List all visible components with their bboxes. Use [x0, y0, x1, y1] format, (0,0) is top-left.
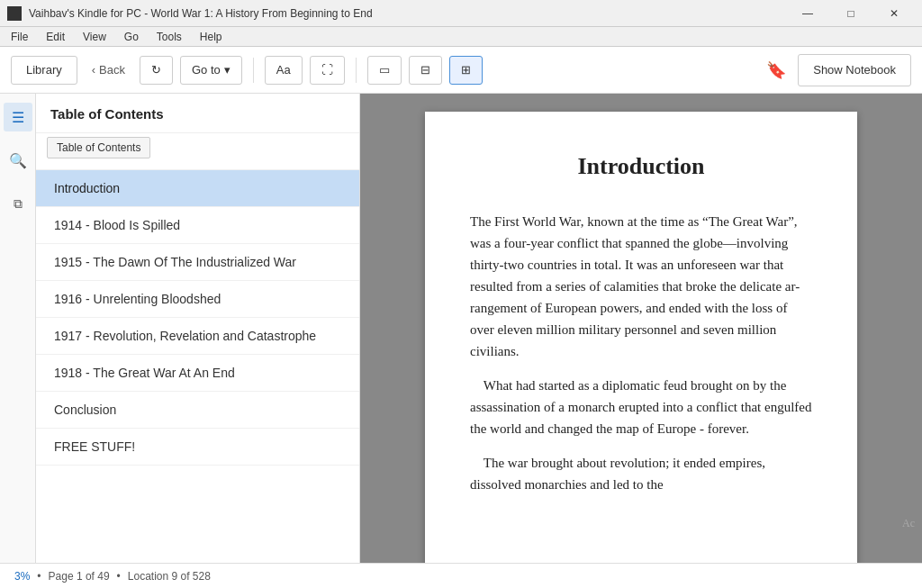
book-paragraph-1: The First World War, known at the time a… [470, 211, 812, 362]
app-body: ☰ 🔍 ⧉ Table of Contents Table of Content… [0, 94, 922, 563]
toc-item-1916[interactable]: 1916 - Unrelenting Bloodshed [36, 281, 359, 318]
bookmark-icon: 🔖 [766, 60, 786, 80]
book-paragraph-3: The war brought about revolution; it end… [470, 452, 812, 495]
toc-panel: Table of Contents Table of Contents Cove… [36, 94, 360, 563]
title-bar: Vaihbav's Kindle for PC - World War 1: A… [0, 0, 922, 27]
menu-bar: File Edit View Go Tools Help [0, 27, 922, 47]
double-page-icon: ⊟ [420, 63, 430, 77]
progress-label: 3% [14, 570, 30, 583]
toc-item-free-stuff[interactable]: FREE STUFF! [36, 429, 359, 466]
toc-title: Table of Contents [36, 94, 359, 133]
grid-icon: ⊞ [461, 63, 471, 77]
maximize-button[interactable]: □ [830, 0, 872, 27]
window-controls: — □ ✕ [787, 0, 915, 27]
notes-icon: ⧉ [14, 196, 23, 212]
refresh-button[interactable]: ↻ [140, 56, 173, 85]
menu-view[interactable]: View [76, 29, 113, 45]
divider-1 [253, 58, 254, 83]
toc-item-1915[interactable]: 1915 - The Dawn Of The Industrialized Wa… [36, 244, 359, 281]
chapter-title: Introduction [470, 148, 812, 185]
book-paragraph-2: What had started as a diplomatic feud br… [470, 375, 812, 439]
menu-go[interactable]: Go [117, 29, 146, 45]
search-icon-button[interactable]: 🔍 [4, 146, 32, 175]
notes-icon-button[interactable]: ⧉ [4, 189, 32, 218]
sidebar-icons: ☰ 🔍 ⧉ [0, 94, 36, 563]
toc-item-1914[interactable]: 1914 - Blood Is Spilled [36, 207, 359, 244]
toc-item-1917[interactable]: 1917 - Revolution, Revelation and Catast… [36, 318, 359, 355]
toc-item-1918[interactable]: 1918 - The Great War At An End [36, 355, 359, 392]
refresh-icon: ↻ [151, 63, 161, 77]
toc-list: Cover Introduction 1914 - Blood Is Spill… [36, 133, 359, 563]
window-title: Vaihbav's Kindle for PC - World War 1: A… [29, 7, 373, 20]
fullscreen-icon: ⛶ [321, 63, 333, 77]
status-separator-1: • [37, 570, 41, 583]
book-page: Introduction The First World War, known … [425, 112, 857, 563]
toc-item-introduction[interactable]: Introduction [36, 170, 359, 207]
chevron-down-icon: ▾ [224, 63, 230, 77]
toc-icon-button[interactable]: ☰ [4, 103, 32, 131]
menu-icon: ☰ [12, 109, 24, 126]
chevron-left-icon: ‹ [92, 63, 95, 77]
layout-grid-button[interactable]: ⊞ [449, 56, 483, 85]
bookmark-button[interactable]: 🔖 [762, 56, 791, 85]
menu-file[interactable]: File [4, 29, 35, 45]
back-label: Back [99, 63, 125, 77]
location-info: Location 9 of 528 [128, 570, 211, 583]
menu-tools[interactable]: Tools [149, 29, 189, 45]
toc-item-conclusion[interactable]: Conclusion [36, 392, 359, 429]
show-notebook-button[interactable]: Show Notebook [798, 54, 911, 86]
page-info: Page 1 of 49 [49, 570, 110, 583]
menu-edit[interactable]: Edit [39, 29, 72, 45]
app-icon [7, 6, 22, 21]
search-icon: 🔍 [9, 152, 27, 169]
layout-double-button[interactable]: ⊟ [409, 56, 442, 85]
font-button[interactable]: Aa [265, 56, 303, 85]
goto-button[interactable]: Go to ▾ [180, 56, 242, 85]
divider-2 [356, 58, 357, 83]
close-button[interactable]: ✕ [873, 0, 915, 27]
layout-single-button[interactable]: ▭ [367, 56, 402, 85]
status-bar: 3% • Page 1 of 49 • Location 9 of 528 [0, 563, 922, 588]
content-area: Introduction The First World War, known … [360, 94, 922, 563]
toc-tooltip: Table of Contents [47, 137, 150, 158]
watermark: Ac [902, 517, 915, 530]
library-button[interactable]: Library [11, 56, 77, 85]
fullscreen-button[interactable]: ⛶ [310, 56, 345, 85]
goto-label: Go to [192, 63, 221, 77]
menu-help[interactable]: Help [193, 29, 230, 45]
back-button[interactable]: ‹ Back [85, 56, 132, 85]
status-separator-2: • [117, 570, 121, 583]
minimize-button[interactable]: — [787, 0, 828, 27]
toolbar: Library ‹ Back ↻ Go to ▾ Aa ⛶ ▭ ⊟ ⊞ 🔖 Sh… [0, 47, 922, 94]
single-page-icon: ▭ [379, 63, 390, 77]
